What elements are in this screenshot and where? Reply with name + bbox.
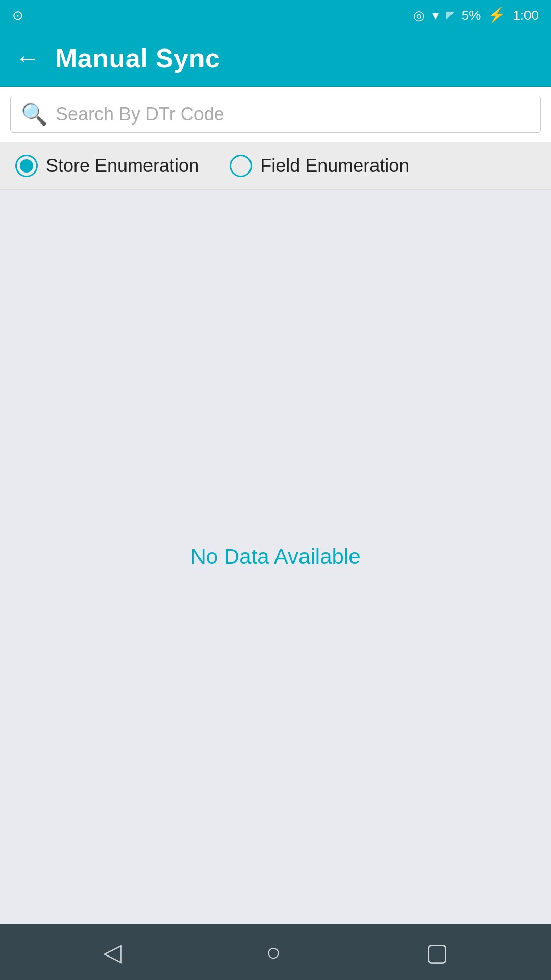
back-button[interactable]: ← xyxy=(15,46,40,70)
status-bar-left: ⊙ xyxy=(12,9,23,22)
search-input[interactable] xyxy=(56,104,530,125)
page-title: Manual Sync xyxy=(55,43,220,74)
status-bar-right: ◎ ▾ ◤ 5% ⚡ 1:00 xyxy=(413,8,539,23)
nav-recents-button[interactable]: ▢ xyxy=(425,938,448,966)
battery-icon: ⚡ xyxy=(488,8,506,22)
status-bar: ⊙ ◎ ▾ ◤ 5% ⚡ 1:00 xyxy=(0,0,551,31)
record-icon: ◎ xyxy=(413,9,425,22)
nav-home-button[interactable]: ○ xyxy=(266,938,281,966)
radio-group: Store Enumeration Field Enumeration xyxy=(0,142,551,190)
notification-icon: ⊙ xyxy=(12,9,23,22)
nav-bar: ◁ ○ ▢ xyxy=(0,924,551,980)
radio-store-enumeration[interactable]: Store Enumeration xyxy=(15,155,199,177)
main-content: No Data Available xyxy=(0,190,551,924)
nav-back-button[interactable]: ◁ xyxy=(103,938,122,966)
radio-field-enumeration[interactable]: Field Enumeration xyxy=(230,155,409,177)
search-inner: 🔍 xyxy=(10,96,541,133)
radio-label-store: Store Enumeration xyxy=(46,155,199,177)
radio-circle-store xyxy=(15,155,38,177)
signal-icon: ◤ xyxy=(446,10,455,21)
search-icon: 🔍 xyxy=(21,104,47,125)
clock: 1:00 xyxy=(513,8,539,23)
battery-percent: 5% xyxy=(462,8,481,23)
radio-label-field: Field Enumeration xyxy=(260,155,409,177)
app-bar: ← Manual Sync xyxy=(0,31,551,87)
search-bar-container: 🔍 xyxy=(0,87,551,142)
radio-circle-field xyxy=(230,155,252,177)
wifi-icon: ▾ xyxy=(432,9,439,22)
empty-state-message: No Data Available xyxy=(190,545,360,569)
